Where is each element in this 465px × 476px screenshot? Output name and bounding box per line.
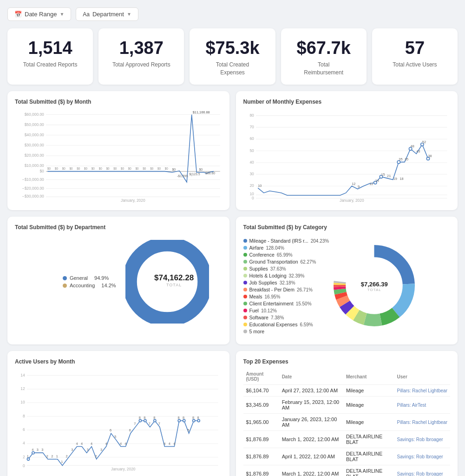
svg-text:4: 4 <box>164 442 165 446</box>
kpi-approved-reports-label: Total Approved Reports <box>107 61 176 69</box>
svg-text:$0: $0 <box>62 167 66 171</box>
svg-text:$0: $0 <box>55 167 59 171</box>
monthly-expenses-container: 80 70 60 50 40 30 20 10 0 <box>243 110 451 203</box>
svg-text:$0: $0 <box>84 167 88 171</box>
svg-text:52: 52 <box>422 140 426 144</box>
svg-text:40: 40 <box>249 160 254 165</box>
svg-text:$0: $0 <box>113 167 117 171</box>
cell-merchant: DELTA AIRLINE BLAT <box>343 448 394 465</box>
svg-text:12: 12 <box>369 182 373 186</box>
chevron-down-icon: ▼ <box>127 12 131 17</box>
table-row: $1,876.89 April 1, 2022, 12:00 AM DELTA … <box>243 448 451 465</box>
cell-date: April 27, 2023, 12:00 AM <box>279 385 343 397</box>
col-user: User <box>394 370 450 385</box>
svg-text:30: 30 <box>249 172 254 176</box>
active-users-chart: Active Users by Month 14 12 10 8 6 4 2 0 <box>7 351 229 476</box>
table-row: $1,876.89 March 1, 2022, 12:00 AM DELTA … <box>243 431 451 448</box>
general-dot <box>63 276 67 280</box>
svg-text:$10,000.00: $10,000.00 <box>25 164 44 168</box>
svg-text:80: 80 <box>249 113 254 118</box>
svg-text:14: 14 <box>375 178 379 183</box>
svg-text:$0: $0 <box>157 167 161 171</box>
cell-user: Savings: Rob lbroager <box>394 448 450 465</box>
svg-text:2: 2 <box>95 454 97 458</box>
svg-text:35: 35 <box>399 158 402 162</box>
cell-merchant: Mileage <box>343 385 394 397</box>
svg-text:10: 10 <box>20 400 25 405</box>
cat-ground: Ground Transportation 62.27% <box>243 259 329 264</box>
svg-text:5: 5 <box>114 435 116 439</box>
cell-date: April 1, 2022, 12:00 AM <box>279 448 343 465</box>
svg-point-122 <box>144 420 146 422</box>
svg-text:$60,000.00: $60,000.00 <box>25 112 44 117</box>
svg-text:12: 12 <box>352 182 355 186</box>
cat-software: Software 7.38% <box>243 315 329 320</box>
svg-text:3: 3 <box>100 448 102 452</box>
svg-text:January, 2020: January, 2020 <box>121 198 145 203</box>
submitted-by-category-chart: Total Submitted ($) by Category Mileage … <box>236 217 458 344</box>
top-expenses-title: Top 20 Expenses <box>243 358 451 365</box>
cat-hotels: Hotels & Lodging 32.39% <box>243 273 329 278</box>
svg-text:$50,000.00: $50,000.00 <box>25 122 44 127</box>
svg-point-125 <box>183 420 185 422</box>
date-range-button[interactable]: 📅 Date Range ▼ <box>7 7 71 21</box>
svg-text:$(123.5: $(123.5 <box>189 172 200 176</box>
svg-text:9: 9 <box>357 185 359 189</box>
department-button[interactable]: Aa Department ▼ <box>76 7 138 21</box>
cat-educational: Educational Expenses 6.59% <box>243 322 329 327</box>
svg-text:4: 4 <box>173 442 175 446</box>
svg-text:8: 8 <box>197 416 199 420</box>
submitted-by-month-chart: Total Submitted ($) by Month $60,000.00 … <box>7 91 229 210</box>
dept-legend: General 94.9% Accounting 14.2% <box>63 275 116 288</box>
cell-date: March 1, 2022, 12:00 AM <box>279 465 343 476</box>
category-legend: Mileage - Standard (IRS r... 204.23% Air… <box>243 238 329 334</box>
table-row: $1,876.89 March 1, 2022, 12:00 AM DELTA … <box>243 465 451 476</box>
svg-text:$86.60: $86.60 <box>205 172 215 175</box>
submitted-by-month-svg: $60,000.00 $50,000.00 $40,000.00 $30,000… <box>15 110 222 203</box>
kpi-active-users-label: Total Active Users <box>380 61 449 69</box>
department-icon: Aa <box>83 11 90 18</box>
svg-text:$0: $0 <box>106 167 110 171</box>
svg-text:$0: $0 <box>47 167 51 171</box>
svg-text:4: 4 <box>124 442 126 446</box>
cell-merchant: Mileage <box>343 414 394 431</box>
kpi-created-expenses-label: Total CreatedExpenses <box>198 61 267 77</box>
svg-text:$0: $0 <box>165 167 169 171</box>
svg-text:4: 4 <box>76 442 78 446</box>
svg-text:2: 2 <box>51 454 53 458</box>
cell-merchant: DELTA AIRLINE BLAT <box>343 431 394 448</box>
table-row: $6,104.70 April 27, 2023, 12:00 AM Milea… <box>243 385 451 397</box>
submitted-by-dept-title: Total Submitted ($) by Department <box>15 224 222 231</box>
cat-more: 5 more <box>243 329 329 334</box>
kpi-reimbursement-value: $67.7k <box>289 39 358 58</box>
middle-charts-row: Total Submitted ($) by Department Genera… <box>7 217 458 344</box>
category-donut-wrapper: $7,266.39 TOTAL <box>334 245 415 328</box>
svg-text:$40,000.00: $40,000.00 <box>25 132 44 137</box>
cat-fuel: Fuel 10.12% <box>243 308 329 313</box>
calendar-icon: 📅 <box>14 11 22 18</box>
cell-amount: $6,104.70 <box>243 385 279 397</box>
submitted-by-category-title: Total Submitted ($) by Category <box>243 224 451 231</box>
svg-text:8: 8 <box>23 414 25 418</box>
svg-point-119 <box>27 458 29 461</box>
active-users-title: Active Users by Month <box>15 358 222 365</box>
table-row: $3,345.09 February 15, 2023, 12:00 AM Mi… <box>243 397 451 414</box>
svg-text:8: 8 <box>192 416 194 420</box>
kpi-row: 1,514 Total Created Reports 1,387 Total … <box>7 28 458 85</box>
svg-text:38: 38 <box>428 154 432 158</box>
svg-text:$0: $0 <box>77 167 80 171</box>
top-charts-row: Total Submitted ($) by Month $60,000.00 … <box>7 91 458 210</box>
dept-total-label: TOTAL <box>153 283 195 287</box>
svg-text:4: 4 <box>81 442 83 446</box>
svg-text:48: 48 <box>410 144 414 148</box>
cell-amount: $1,876.89 <box>243 448 279 465</box>
svg-text:43: 43 <box>416 149 420 153</box>
svg-text:3: 3 <box>37 448 39 452</box>
svg-text:4: 4 <box>120 442 122 446</box>
svg-text:4: 4 <box>169 442 170 446</box>
dept-donut-section: General 94.9% Accounting 14.2% <box>15 235 222 328</box>
cat-airfare: Airfare 128.04% <box>243 245 329 251</box>
svg-text:January, 2020: January, 2020 <box>111 467 136 471</box>
kpi-created-reports-label: Total Created Reports <box>16 61 85 69</box>
category-donut-center: $7,266.39 TOTAL <box>361 281 388 292</box>
